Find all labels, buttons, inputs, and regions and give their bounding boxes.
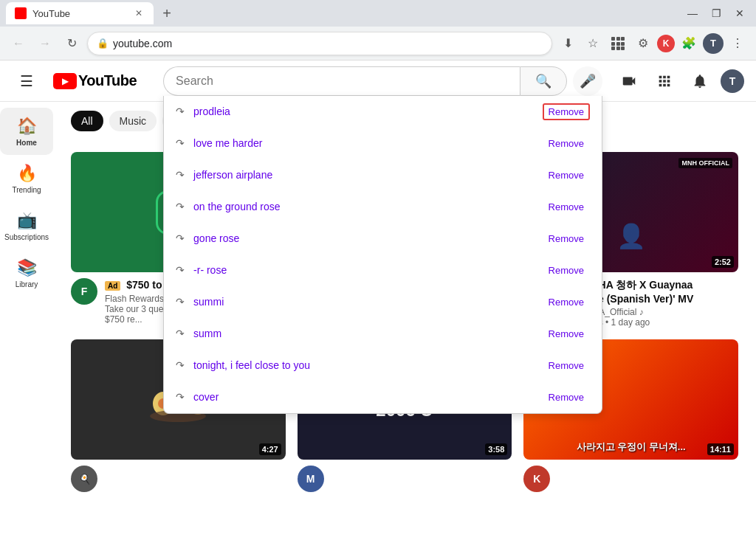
search-suggestion-5[interactable]: ↷ -r- rose Remove	[164, 255, 602, 286]
extension-k-icon[interactable]: K	[657, 35, 675, 52]
filter-chip-all[interactable]: All	[71, 111, 103, 131]
remove-button-9[interactable]: Remove	[543, 389, 590, 406]
browser-titlebar: YouTube ✕ + — ❐ ✕	[0, 0, 756, 27]
video-info-eggs: 🍳	[71, 466, 286, 492]
back-button[interactable]: ←	[7, 32, 30, 55]
search-suggestion-8[interactable]: ↷ tonight, i feel close to you Remove	[164, 350, 602, 381]
search-button[interactable]: 🔍	[520, 66, 567, 96]
search-term-1: love me harder	[193, 137, 262, 149]
search-suggestion-0[interactable]: ↷ prodleia Remove	[164, 96, 602, 128]
download-icon[interactable]: ⬇	[557, 32, 579, 55]
search-term-7: summ	[193, 328, 221, 339]
channel-avatar-eggs: 🍳	[71, 466, 97, 492]
channel-avatar-cashapp: F	[71, 278, 97, 305]
bookmark-icon[interactable]: ☆	[582, 32, 604, 55]
youtube-logo[interactable]: YouTube	[53, 72, 137, 89]
svg-rect-2	[621, 37, 625, 41]
notifications-button[interactable]	[685, 66, 715, 96]
tab-favicon	[15, 7, 27, 19]
search-suggestion-2[interactable]: ↷ jefferson airplane Remove	[164, 159, 602, 191]
sidebar-item-home[interactable]: 🏠 Home	[0, 108, 53, 155]
remove-button-6[interactable]: Remove	[543, 294, 590, 311]
voice-search-button[interactable]: 🎤	[573, 66, 602, 96]
address-bar[interactable]: 🔒 youtube.com	[87, 32, 552, 55]
profile-button[interactable]: T	[703, 33, 724, 54]
browser-toolbar: ← → ↻ 🔒 youtube.com ⬇ ☆ ⚙ K 🧩 T ⋮	[0, 27, 756, 60]
close-button[interactable]: ✕	[729, 3, 750, 24]
trending-icon: 🔥	[17, 164, 37, 183]
history-icon-5: ↷	[176, 264, 185, 276]
video-meta-kshow	[557, 466, 738, 492]
search-item-left-4: ↷ gone rose	[176, 232, 239, 244]
minimize-button[interactable]: —	[682, 3, 703, 24]
search-dropdown: ↷ prodleia Remove ↷ love me harder Remov…	[163, 96, 602, 414]
history-icon-1: ↷	[176, 137, 185, 149]
library-icon: 📚	[17, 258, 37, 277]
create-video-button[interactable]	[614, 66, 644, 96]
search-term-3: on the ground rose	[193, 201, 281, 212]
home-icon: 🏠	[17, 117, 37, 136]
search-suggestion-9[interactable]: ↷ cover Remove	[164, 381, 602, 413]
history-icon-6: ↷	[176, 296, 185, 308]
remove-button-8[interactable]: Remove	[543, 357, 590, 374]
youtube-app: ☰ YouTube 🔍 🎤 ↷ prodleia Remove	[0, 60, 756, 543]
user-avatar[interactable]: T	[721, 69, 744, 93]
history-icon-4: ↷	[176, 232, 185, 244]
history-icon-8: ↷	[176, 359, 185, 371]
search-item-left-8: ↷ tonight, i feel close to you	[176, 359, 310, 371]
subscriptions-icon: 📺	[17, 211, 37, 230]
forward-button[interactable]: →	[34, 32, 56, 55]
refresh-button[interactable]: ↻	[61, 32, 83, 55]
toolbar-actions: ⬇ ☆ ⚙ K 🧩 T ⋮	[557, 32, 749, 55]
lock-icon: 🔒	[97, 38, 109, 49]
sidebar-library-label: Library	[16, 280, 38, 288]
svg-rect-5	[621, 42, 625, 46]
extensions-grid-icon[interactable]	[607, 32, 629, 55]
more-options-icon[interactable]: ⋮	[726, 32, 749, 55]
history-icon-3: ↷	[176, 201, 185, 212]
browser-tab[interactable]: YouTube ✕	[6, 2, 154, 24]
search-item-left-7: ↷ summ	[176, 328, 221, 339]
video-info-mnet: M	[298, 466, 512, 492]
channel-avatar-kshow: K	[523, 466, 550, 492]
apps-button[interactable]	[650, 66, 679, 96]
translate-icon[interactable]: ⚙	[632, 32, 654, 55]
search-suggestion-7[interactable]: ↷ summ Remove	[164, 318, 602, 350]
remove-button-4[interactable]: Remove	[543, 230, 590, 247]
sidebar-item-subscriptions[interactable]: 📺 Subscriptions	[0, 202, 53, 249]
youtube-logo-icon	[53, 73, 77, 89]
remove-button-2[interactable]: Remove	[543, 167, 590, 184]
search-term-9: cover	[193, 391, 219, 403]
search-suggestion-3[interactable]: ↷ on the ground rose Remove	[164, 191, 602, 223]
search-term-6: summi	[193, 296, 224, 308]
remove-button-0[interactable]: Remove	[543, 103, 590, 120]
video-meta-mnet	[331, 466, 512, 492]
search-input[interactable]	[163, 66, 520, 96]
history-icon-2: ↷	[176, 169, 185, 181]
sidebar-item-trending[interactable]: 🔥 Trending	[0, 155, 53, 202]
maximize-button[interactable]: ❐	[706, 3, 726, 24]
remove-button-3[interactable]: Remove	[543, 198, 590, 215]
filter-chip-music[interactable]: Music	[109, 111, 157, 131]
tab-close-button[interactable]: ✕	[133, 7, 145, 19]
ad-badge: Ad	[105, 281, 120, 291]
menu-button[interactable]: ☰	[12, 66, 41, 96]
video-duration-mnet: 3:58	[485, 443, 507, 455]
history-icon-9: ↷	[176, 391, 185, 403]
remove-button-7[interactable]: Remove	[543, 325, 590, 342]
remove-button-5[interactable]: Remove	[543, 262, 590, 279]
search-item-left-6: ↷ summi	[176, 296, 224, 308]
video-duration-eggs: 4:27	[259, 443, 281, 455]
new-tab-button[interactable]: +	[157, 3, 177, 24]
video-meta-eggs	[105, 466, 286, 492]
svg-rect-3	[611, 42, 615, 46]
remove-button-1[interactable]: Remove	[543, 135, 590, 152]
search-suggestion-1[interactable]: ↷ love me harder Remove	[164, 128, 602, 159]
svg-rect-6	[611, 46, 615, 50]
search-suggestion-6[interactable]: ↷ summi Remove	[164, 286, 602, 318]
search-item-left-2: ↷ jefferson airplane	[176, 169, 272, 181]
search-suggestion-4[interactable]: ↷ gone rose Remove	[164, 223, 602, 255]
address-text: youtube.com	[113, 38, 543, 49]
sidebar-item-library[interactable]: 📚 Library	[0, 249, 53, 297]
puzzle-icon[interactable]: 🧩	[678, 32, 700, 55]
